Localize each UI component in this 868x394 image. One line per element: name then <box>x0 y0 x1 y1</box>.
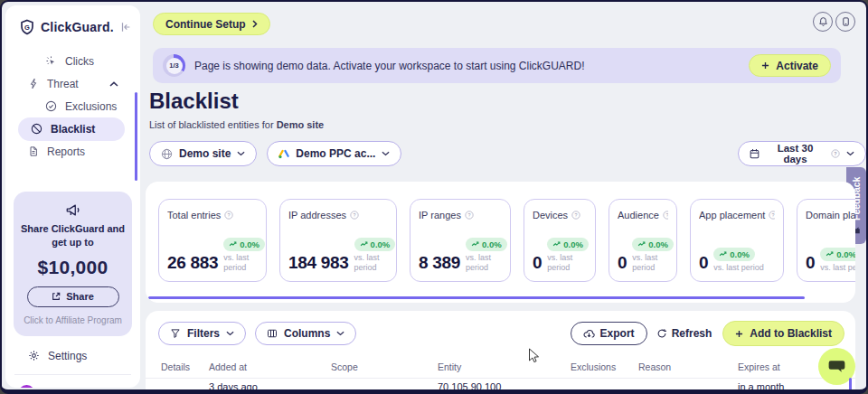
chevron-down-icon <box>336 331 344 336</box>
sidebar-item-threat[interactable]: Threat <box>5 72 140 95</box>
chevron-down-icon <box>846 151 854 156</box>
help-icon[interactable]: ? <box>224 211 233 220</box>
share-button[interactable]: Share <box>27 286 119 307</box>
stat-value: 0 <box>533 253 542 273</box>
scope-selectors: Demo site Demo PPC ac... <box>149 141 401 166</box>
help-icon: ? <box>831 149 840 158</box>
help-icon[interactable]: ? <box>350 211 359 220</box>
help-icon[interactable]: ? <box>465 211 474 220</box>
subtitle-text: List of blacklisted entities for <box>149 119 277 130</box>
refresh-label: Refresh <box>672 327 712 340</box>
columns-button[interactable]: Columns <box>255 322 356 345</box>
cell-scope <box>331 381 438 392</box>
refresh-button[interactable]: Refresh <box>656 327 712 340</box>
brand-logo-row: G ClickGuard. <box>5 5 140 50</box>
trend-up-icon <box>552 241 561 247</box>
help-icon[interactable]: ? <box>571 211 580 220</box>
subtitle-site-name: Demo site <box>277 119 325 130</box>
help-icon[interactable]: ? <box>769 211 775 220</box>
sidebar-scrollbar[interactable] <box>135 92 137 181</box>
bell-icon <box>818 16 828 27</box>
chevron-right-icon <box>252 20 258 28</box>
stat-sub: vs. last period <box>466 253 505 274</box>
sidebar-item-reports[interactable]: Reports <box>5 140 140 163</box>
column-header-scope[interactable]: Scope <box>331 361 438 372</box>
date-range-selector[interactable]: Last 30 days ? <box>738 141 866 166</box>
stat-card-ip-ranges: IP ranges ? 8 389 0.0% vs. last period <box>410 199 511 282</box>
funnel-icon <box>170 328 181 339</box>
account-switcher[interactable]: NA gmail.com naatali.ro@gmail.com <box>5 383 140 388</box>
site-selector-value: Demo site <box>179 147 231 160</box>
sidebar-collapse-icon[interactable] <box>119 21 132 33</box>
promo-line1: Share ClickGuard and <box>21 223 125 234</box>
stat-sub: vs. last period <box>354 253 392 274</box>
stats-cards-row: Total entries ? 26 883 0.0% vs. last per… <box>158 199 855 282</box>
continue-setup-button[interactable]: Continue Setup <box>153 13 270 35</box>
setup-progress-label: 1/3 <box>166 58 183 74</box>
notifications-button[interactable] <box>813 12 833 32</box>
activate-button[interactable]: Activate <box>749 54 831 77</box>
cell-entity: 70.105.90.100 <box>438 381 571 392</box>
settings-label: Settings <box>48 350 87 362</box>
delta-badge: 0.0% <box>632 238 674 251</box>
brand-name: ClickGuard. <box>41 20 114 34</box>
delta-badge: 0.0% <box>547 238 589 251</box>
table-header-divider <box>146 378 855 379</box>
sidebar-item-label: Threat <box>47 78 79 90</box>
svg-text:?: ? <box>467 212 470 218</box>
table-toolbar: Filters Columns Export <box>146 311 855 346</box>
delta-badge: 0.0% <box>223 238 265 251</box>
cursor-click-icon <box>45 55 57 67</box>
column-header-entity[interactable]: Entity <box>438 361 571 372</box>
activate-label: Activate <box>776 60 818 72</box>
promo-amount: $10,000 <box>19 257 127 278</box>
sidebar-item-blacklist[interactable]: Blacklist <box>5 117 140 140</box>
affiliate-promo-card[interactable]: Share ClickGuard and get up to $10,000 S… <box>14 192 132 336</box>
trend-up-icon <box>719 251 727 257</box>
shield-logo-icon: G <box>19 19 35 35</box>
active-nav-pill: Blacklist <box>18 117 125 141</box>
megaphone-icon <box>19 203 127 217</box>
filters-button[interactable]: Filters <box>158 322 246 345</box>
svg-text:?: ? <box>354 212 356 218</box>
add-to-blacklist-button[interactable]: Add to Blacklist <box>722 321 844 346</box>
column-header-reason[interactable]: Reason <box>638 361 738 372</box>
table-row[interactable]: 3 days ago 70.105.90.100 in a month <box>146 381 855 392</box>
stat-label: IP addresses <box>288 210 346 220</box>
column-header-expires-at[interactable]: Expires at <box>738 361 828 372</box>
delta-badge: 0.0% <box>713 248 755 261</box>
column-header-details[interactable]: Details <box>161 361 209 372</box>
docs-button[interactable] <box>835 12 855 32</box>
date-range-value: Last 30 days <box>766 143 825 164</box>
banner-message: Page is showing demo data. Activate your… <box>194 60 585 72</box>
sidebar-item-clicks[interactable]: Clicks <box>5 50 140 72</box>
column-header-exclusions[interactable]: Exclusions <box>571 361 638 372</box>
cards-horizontal-scrollbar[interactable] <box>148 296 805 299</box>
filters-label: Filters <box>187 327 220 340</box>
stat-sub: vs. last period <box>820 263 855 273</box>
page-title: Blacklist <box>149 89 239 114</box>
ppc-account-selector[interactable]: Demo PPC ac... <box>267 141 401 166</box>
sidebar-item-settings[interactable]: Settings <box>5 350 140 362</box>
svg-text:G: G <box>24 23 30 32</box>
stat-label: Devices <box>533 210 568 220</box>
add-to-blacklist-label: Add to Blacklist <box>750 327 832 340</box>
stat-label: Domain placement <box>806 210 855 220</box>
cell-expires-at: in a month <box>738 381 828 392</box>
column-header-added-at[interactable]: Added at <box>209 361 331 372</box>
delta-badge: 0.0% <box>466 238 507 251</box>
ppc-account-value: Demo PPC ac... <box>296 147 375 160</box>
chevron-down-icon <box>226 331 234 336</box>
stat-card-audience: Audience ? 0 0.0% vs. last period <box>609 199 677 282</box>
site-selector[interactable]: Demo site <box>149 141 257 166</box>
help-icon[interactable]: ? <box>663 211 668 220</box>
trend-up-icon <box>229 241 237 247</box>
sidebar: G ClickGuard. Clicks Threat <box>5 5 140 388</box>
sidebar-item-exclusions[interactable]: Exclusions <box>5 95 140 117</box>
svg-text:?: ? <box>228 212 231 218</box>
export-button[interactable]: Export <box>571 322 647 345</box>
page-vertical-scrollbar[interactable] <box>849 378 852 394</box>
setup-progress-ring: 1/3 <box>163 54 185 77</box>
cloud-download-icon <box>583 328 595 339</box>
demo-data-banner: 1/3 Page is showing demo data. Activate … <box>153 48 841 83</box>
